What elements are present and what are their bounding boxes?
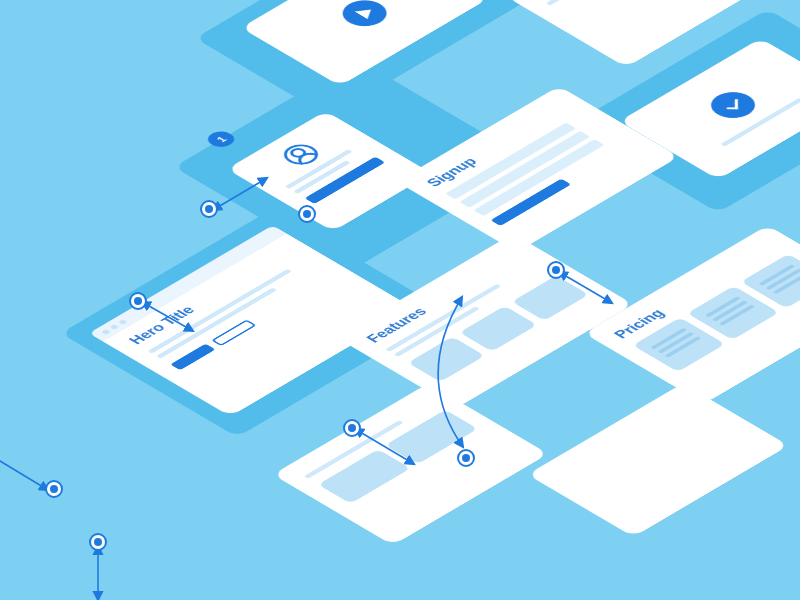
avatar-icon (277, 140, 325, 168)
text-line (546, 0, 635, 6)
browser-chrome (89, 225, 287, 341)
screen-features[interactable]: Features (336, 233, 633, 408)
check-icon (702, 87, 764, 124)
thumb (318, 449, 411, 503)
screen-partial[interactable] (273, 383, 549, 545)
price-column[interactable] (741, 254, 800, 308)
input-field[interactable] (459, 131, 590, 208)
thumb (385, 410, 478, 464)
screen-partial[interactable] (527, 383, 789, 537)
partial-title (554, 399, 681, 474)
screen-pricing[interactable]: Pricing (584, 225, 800, 404)
feature-thumb (511, 275, 588, 320)
play-icon[interactable] (334, 0, 396, 32)
flow-canvas[interactable]: Hero Title Features Pricing (0, 0, 800, 600)
screen-hero[interactable]: Hero Title (89, 225, 414, 416)
price-column[interactable] (633, 318, 725, 372)
